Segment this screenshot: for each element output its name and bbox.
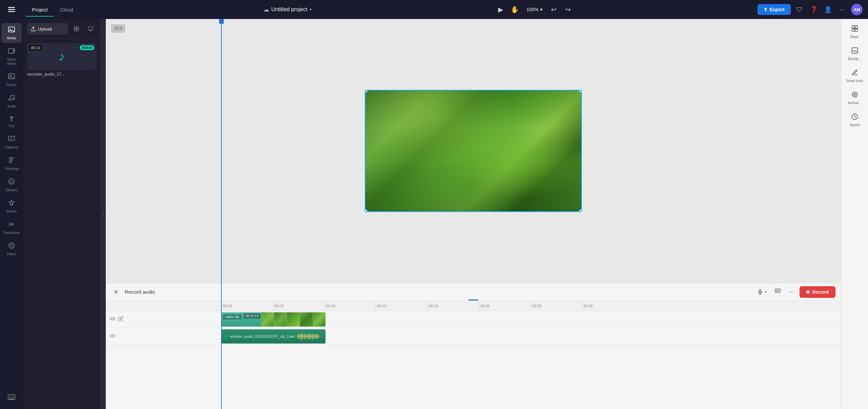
avatar[interactable]: AM xyxy=(851,4,863,15)
right-panel-animate[interactable]: Animat... xyxy=(843,88,867,109)
video-clip[interactable]: video clip 00:10:13 xyxy=(221,312,326,327)
svg-rect-22 xyxy=(852,29,854,32)
video-volume-button[interactable] xyxy=(110,316,115,323)
video-thumb-1 xyxy=(261,312,274,327)
nav-cloud[interactable]: Cloud xyxy=(54,5,79,15)
ruler-mark-6: 00:30 xyxy=(530,301,582,311)
resize-handle-br[interactable] xyxy=(579,209,582,212)
zoom-control[interactable]: 100% ▾ xyxy=(524,5,545,14)
share-icon[interactable]: 👤 xyxy=(823,4,833,15)
undo-button[interactable]: ↩ xyxy=(549,4,559,15)
svg-rect-17 xyxy=(88,27,93,30)
waveform-bar xyxy=(298,334,299,339)
sidebar-item-media[interactable]: Media xyxy=(1,23,22,43)
audio-track-controls xyxy=(106,333,221,340)
speed-label: Speed xyxy=(850,123,860,127)
audio-volume-button[interactable] xyxy=(110,333,115,340)
right-panel-background[interactable]: Backgr... xyxy=(843,44,867,64)
sidebar-label-text: Text xyxy=(8,124,15,128)
right-panel: Basic Backgr... Smart tools xyxy=(841,19,868,409)
sidebar-item-captions[interactable]: Captions xyxy=(1,132,22,152)
sidebar-item-transitions[interactable]: Transitions xyxy=(1,218,22,238)
transcript-toggle-button[interactable] xyxy=(772,286,784,298)
more-options-button[interactable]: ··· xyxy=(837,4,848,15)
waveform-bar xyxy=(312,333,313,339)
upload-button[interactable]: Upload xyxy=(27,23,68,35)
video-thumb-3 xyxy=(287,312,300,327)
sidebar-label-photos: Photos xyxy=(6,83,17,87)
sidebar-label-stock: Stock videos xyxy=(3,58,20,66)
close-record-audio-button[interactable]: ✕ xyxy=(111,287,121,297)
animate-label: Animat... xyxy=(848,101,861,105)
waveform-bar xyxy=(307,335,308,337)
right-panel-speed[interactable]: Speed xyxy=(843,110,867,131)
record-button[interactable]: Record xyxy=(800,286,835,298)
smart-tools-icon xyxy=(851,69,858,78)
waveform-bar xyxy=(316,334,317,339)
project-title: Untitled project xyxy=(271,6,308,13)
media-icon xyxy=(8,26,15,35)
export-button[interactable]: ⬆ Export xyxy=(757,4,791,15)
help-icon[interactable]: ❓ xyxy=(808,4,819,15)
ruler-mark-4: 00:20 xyxy=(427,301,479,311)
sidebar-item-audio[interactable]: Audio xyxy=(1,91,22,111)
sidebar-label-effects: Effects xyxy=(6,210,17,214)
filters-icon xyxy=(8,242,15,251)
record-more-options-button[interactable]: ··· xyxy=(786,286,797,297)
sidebar-item-text[interactable]: T Text xyxy=(1,113,22,131)
svg-point-10 xyxy=(12,180,13,181)
video-preview[interactable] xyxy=(365,90,582,212)
video-track-content: video clip 00:10:13 xyxy=(221,311,841,328)
svg-point-5 xyxy=(9,99,11,101)
grid-view-button[interactable] xyxy=(71,23,82,35)
background-icon xyxy=(851,47,858,56)
right-panel-basic[interactable]: Basic xyxy=(843,22,867,42)
video-thumb-4 xyxy=(300,312,313,327)
left-sidebar: Media Stock videos Photos xyxy=(0,19,23,409)
svg-rect-14 xyxy=(77,26,79,28)
play-button[interactable]: ▶ xyxy=(495,4,506,15)
logo-button[interactable] xyxy=(5,3,18,16)
redo-button[interactable]: ↪ xyxy=(563,4,574,15)
svg-point-6 xyxy=(13,98,15,100)
photos-icon xyxy=(8,73,15,82)
svg-rect-23 xyxy=(855,29,857,32)
video-track-controls xyxy=(106,316,221,323)
collapse-icon: ‹ xyxy=(102,212,104,216)
sidebar-label-transitions: Transitions xyxy=(3,231,20,235)
sidebar-item-photos[interactable]: Photos xyxy=(1,70,22,90)
timeline-playhead[interactable] xyxy=(221,19,222,409)
transitions-icon xyxy=(8,220,15,230)
screen-record-button[interactable] xyxy=(85,23,96,35)
sidebar-label-stickers: Stickers xyxy=(5,188,18,192)
sidebar-item-stickers[interactable]: Stickers xyxy=(1,175,22,195)
right-panel-smart-tools[interactable]: Smart tools xyxy=(843,66,867,86)
panel-collapse-handle[interactable]: ‹ xyxy=(100,19,106,409)
waveform-bar xyxy=(306,334,307,339)
shield-icon[interactable]: 🛡 xyxy=(794,4,805,15)
audio-clip[interactable]: ◎ recorder_audio_l700123422297_clip_0.aa… xyxy=(221,329,326,344)
chevron-down-icon: ▾ xyxy=(310,7,312,12)
nav-project[interactable]: Project xyxy=(26,5,54,15)
audio-track: ◎ recorder_audio_l700123422297_clip_0.aa… xyxy=(106,328,841,345)
sidebar-item-keyboard[interactable] xyxy=(1,391,22,405)
media-added-badge: Added xyxy=(80,45,94,50)
ruler-mark-5: 00:25 xyxy=(479,301,530,311)
media-item[interactable]: 00:13 Added ♪ recorder_audio_17... xyxy=(27,43,96,77)
smart-tools-label: Smart tools xyxy=(846,79,863,83)
sidebar-item-filters[interactable]: Filters xyxy=(1,239,22,259)
project-title-area[interactable]: ☁ Untitled project ▾ xyxy=(263,6,312,13)
video-edit-button[interactable] xyxy=(118,316,123,323)
hand-tool-button[interactable]: ✋ xyxy=(510,4,520,15)
sidebar-item-transcript[interactable]: Transcript xyxy=(1,154,22,174)
speed-icon xyxy=(851,113,858,122)
audio-waveform xyxy=(297,332,323,340)
waveform-bar xyxy=(314,334,315,339)
waveform-bar xyxy=(311,335,312,338)
record-active-indicator xyxy=(468,299,478,300)
sidebar-item-stock-videos[interactable]: Stock videos xyxy=(1,44,22,69)
sidebar-item-effects[interactable]: Effects xyxy=(1,196,22,216)
waveform-bar xyxy=(299,335,300,338)
microphone-button[interactable]: ▾ xyxy=(754,287,769,297)
captions-icon xyxy=(8,135,15,144)
